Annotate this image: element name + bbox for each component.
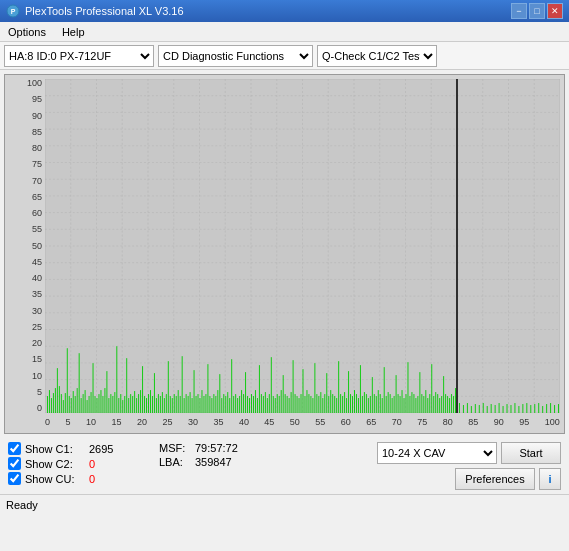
svg-rect-100	[154, 373, 155, 413]
svg-rect-247	[445, 394, 446, 413]
svg-rect-144	[241, 390, 242, 413]
close-button[interactable]: ✕	[547, 3, 563, 19]
svg-rect-88	[130, 394, 131, 413]
svg-rect-140	[233, 396, 234, 413]
y-label-50: 50	[32, 242, 42, 251]
svg-rect-212	[376, 396, 377, 413]
svg-rect-168	[289, 398, 290, 413]
y-label-75: 75	[32, 160, 42, 169]
maximize-button[interactable]: □	[529, 3, 545, 19]
svg-rect-72	[98, 394, 99, 413]
svg-rect-146	[245, 372, 246, 413]
svg-rect-124	[201, 390, 202, 413]
x-label-90: 90	[494, 417, 504, 427]
y-label-15: 15	[32, 355, 42, 364]
svg-rect-139	[231, 359, 232, 413]
svg-rect-98	[150, 390, 151, 413]
svg-rect-241	[433, 396, 434, 413]
svg-rect-268	[518, 406, 519, 413]
svg-rect-50	[55, 388, 56, 413]
svg-rect-111	[176, 396, 177, 413]
menu-options[interactable]: Options	[4, 24, 50, 40]
svg-rect-216	[384, 367, 385, 413]
svg-rect-199	[350, 394, 351, 413]
svg-rect-237	[425, 390, 426, 413]
svg-rect-131	[215, 396, 216, 413]
svg-rect-201	[354, 390, 355, 413]
speed-select[interactable]: 10-24 X CAV	[377, 442, 497, 464]
preferences-button[interactable]: Preferences	[455, 468, 535, 490]
svg-rect-210	[372, 377, 373, 413]
svg-rect-61	[77, 388, 78, 413]
c1-row: Show C1: 2695	[8, 442, 129, 455]
window-controls: − □ ✕	[511, 3, 563, 19]
svg-rect-173	[299, 398, 300, 413]
svg-rect-142	[237, 398, 238, 413]
x-label-95: 95	[519, 417, 529, 427]
svg-rect-270	[526, 403, 527, 413]
show-c1-checkbox[interactable]	[8, 442, 21, 455]
svg-rect-51	[57, 368, 58, 413]
lba-row: LBA: 359847	[159, 456, 238, 468]
svg-rect-244	[439, 398, 440, 413]
info-button[interactable]: i	[539, 468, 561, 490]
chart-svg	[45, 79, 560, 413]
svg-rect-231	[413, 394, 414, 413]
drive-select[interactable]: HA:8 ID:0 PX-712UF	[4, 45, 154, 67]
svg-rect-221	[394, 396, 395, 413]
svg-rect-92	[138, 394, 139, 413]
svg-rect-46	[47, 396, 48, 413]
svg-rect-249	[449, 398, 450, 413]
svg-rect-177	[306, 390, 307, 413]
menu-help[interactable]: Help	[58, 24, 89, 40]
start-button[interactable]: Start	[501, 442, 561, 464]
svg-rect-57	[69, 396, 70, 413]
c1-value: 2695	[89, 443, 129, 455]
show-cu-checkbox[interactable]	[8, 472, 21, 485]
svg-rect-136	[225, 396, 226, 413]
svg-rect-209	[370, 396, 371, 413]
show-c2-checkbox[interactable]	[8, 457, 21, 470]
svg-rect-185	[322, 398, 323, 413]
svg-rect-194	[340, 394, 341, 413]
minimize-button[interactable]: −	[511, 3, 527, 19]
svg-rect-86	[126, 358, 127, 413]
y-label-20: 20	[32, 339, 42, 348]
app-title: PlexTools Professional XL V3.16	[25, 5, 184, 17]
svg-rect-123	[200, 398, 201, 413]
svg-rect-206	[364, 392, 365, 413]
svg-rect-145	[243, 394, 244, 413]
svg-rect-172	[297, 396, 298, 413]
svg-rect-187	[326, 373, 327, 413]
c1-label: Show C1:	[25, 443, 85, 455]
svg-rect-160	[273, 396, 274, 413]
svg-rect-233	[417, 396, 418, 413]
svg-rect-103	[160, 396, 161, 413]
svg-rect-94	[142, 366, 143, 413]
svg-rect-53	[61, 394, 62, 413]
svg-rect-266	[510, 405, 511, 413]
y-axis: 100 95 90 85 80 75 70 65 60 55 50 45 40 …	[5, 79, 45, 413]
c2-label: Show C2:	[25, 458, 85, 470]
svg-rect-217	[386, 396, 387, 413]
svg-rect-250	[451, 394, 452, 413]
test-select[interactable]: Q-Check C1/C2 Test	[317, 45, 437, 67]
svg-rect-114	[182, 356, 183, 413]
function-select[interactable]: CD Diagnostic Functions	[158, 45, 313, 67]
x-label-30: 30	[188, 417, 198, 427]
y-label-95: 95	[32, 95, 42, 104]
svg-rect-191	[334, 396, 335, 413]
svg-rect-178	[308, 394, 309, 413]
svg-rect-215	[382, 398, 383, 413]
svg-rect-163	[279, 396, 280, 413]
svg-rect-238	[427, 398, 428, 413]
svg-rect-78	[110, 394, 111, 413]
status-text: Ready	[6, 499, 38, 511]
y-label-40: 40	[32, 274, 42, 283]
svg-rect-183	[318, 396, 319, 413]
svg-rect-195	[342, 396, 343, 413]
svg-rect-90	[134, 391, 135, 413]
svg-rect-68	[91, 392, 92, 413]
c2-row: Show C2: 0	[8, 457, 129, 470]
svg-rect-73	[100, 390, 101, 413]
